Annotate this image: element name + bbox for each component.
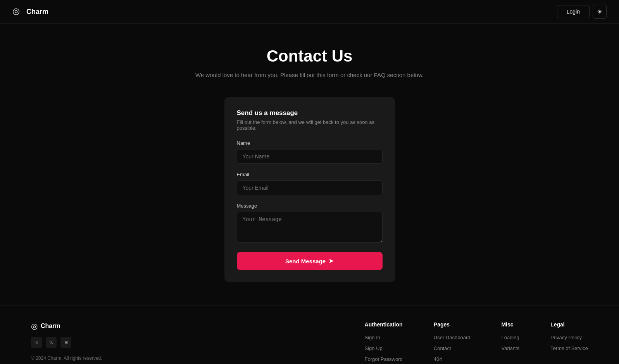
theme-toggle-button[interactable]: ☀: [593, 5, 607, 19]
terms-of-service-link[interactable]: Terms of Service: [550, 345, 588, 351]
list-item: Terms of Service: [550, 345, 588, 352]
footer-auth-title: Authentication: [365, 321, 403, 328]
header-right: Login ☀: [557, 5, 607, 19]
logo-text: Charm: [26, 8, 48, 16]
footer: ◎ Charm in 𝕏 ⊞ © 2024 Charm. All rights …: [0, 306, 619, 364]
footer-auth-links: Sign In Sign Up Forgot Password: [365, 334, 403, 362]
sign-in-link[interactable]: Sign In: [365, 335, 380, 340]
list-item: User Dashboard: [434, 334, 471, 341]
message-group: Message: [237, 203, 383, 244]
email-input[interactable]: [237, 180, 383, 195]
message-label: Message: [237, 203, 383, 209]
page-title: Contact Us: [267, 47, 353, 65]
logo-area[interactable]: ◎ Charm: [12, 6, 48, 17]
name-group: Name: [237, 140, 383, 164]
contact-form-card: Send us a message Fill out the form belo…: [224, 97, 395, 282]
email-group: Email: [237, 172, 383, 195]
footer-legal-links: Privacy Policy Terms of Service: [550, 334, 588, 352]
login-button[interactable]: Login: [557, 5, 590, 18]
message-textarea[interactable]: [237, 212, 383, 243]
footer-misc-links: Loading Variants: [501, 334, 519, 352]
footer-pages-title: Pages: [434, 321, 471, 328]
discord-icon[interactable]: ⊞: [60, 337, 71, 348]
name-label: Name: [237, 140, 383, 146]
form-card-subtitle: Fill out the form below, and we will get…: [237, 119, 383, 131]
contact-link[interactable]: Contact: [434, 345, 451, 351]
form-card-title: Send us a message: [237, 109, 383, 117]
footer-logo-text: Charm: [41, 323, 60, 330]
list-item: 404: [434, 355, 471, 362]
list-item: Sign Up: [365, 345, 403, 352]
footer-misc-title: Misc: [501, 321, 519, 328]
logo-icon: ◎: [12, 6, 23, 17]
privacy-policy-link[interactable]: Privacy Policy: [550, 335, 582, 340]
footer-column-pages: Pages User Dashboard Contact 404: [434, 321, 471, 362]
footer-columns: Authentication Sign In Sign Up Forgot Pa…: [365, 321, 588, 362]
send-icon: ➤: [329, 258, 334, 264]
loading-link[interactable]: Loading: [501, 335, 519, 340]
linkedin-icon[interactable]: in: [31, 337, 42, 348]
list-item: Forgot Password: [365, 355, 403, 362]
send-message-button[interactable]: Send Message ➤: [237, 252, 383, 270]
footer-logo-area[interactable]: ◎ Charm: [31, 321, 102, 331]
forgot-password-link[interactable]: Forgot Password: [365, 356, 403, 362]
email-label: Email: [237, 172, 383, 177]
header: ◎ Charm Login ☀: [0, 0, 619, 24]
send-button-label: Send Message: [285, 258, 326, 264]
user-dashboard-link[interactable]: User Dashboard: [434, 335, 471, 340]
footer-legal-title: Legal: [550, 321, 588, 328]
footer-brand: ◎ Charm in 𝕏 ⊞ © 2024 Charm. All rights …: [31, 321, 102, 361]
footer-social: in 𝕏 ⊞: [31, 337, 102, 348]
footer-column-legal: Legal Privacy Policy Terms of Service: [550, 321, 588, 362]
footer-pages-links: User Dashboard Contact 404: [434, 334, 471, 362]
sign-up-link[interactable]: Sign Up: [365, 345, 383, 351]
main-content: Contact Us We would love to hear from yo…: [0, 24, 619, 306]
list-item: Privacy Policy: [550, 334, 588, 341]
twitter-icon[interactable]: 𝕏: [46, 337, 57, 348]
footer-logo-icon: ◎: [31, 321, 38, 331]
footer-top: ◎ Charm in 𝕏 ⊞ © 2024 Charm. All rights …: [31, 321, 588, 362]
404-link[interactable]: 404: [434, 356, 442, 362]
footer-copyright: © 2024 Charm. All rights reserved.: [31, 355, 102, 361]
list-item: Contact: [434, 345, 471, 352]
list-item: Loading: [501, 334, 519, 341]
footer-column-auth: Authentication Sign In Sign Up Forgot Pa…: [365, 321, 403, 362]
name-input[interactable]: [237, 149, 383, 164]
footer-column-misc: Misc Loading Variants: [501, 321, 519, 362]
page-subtitle: We would love to hear from you. Please f…: [195, 72, 424, 78]
list-item: Variants: [501, 345, 519, 352]
variants-link[interactable]: Variants: [501, 345, 519, 351]
list-item: Sign In: [365, 334, 403, 341]
